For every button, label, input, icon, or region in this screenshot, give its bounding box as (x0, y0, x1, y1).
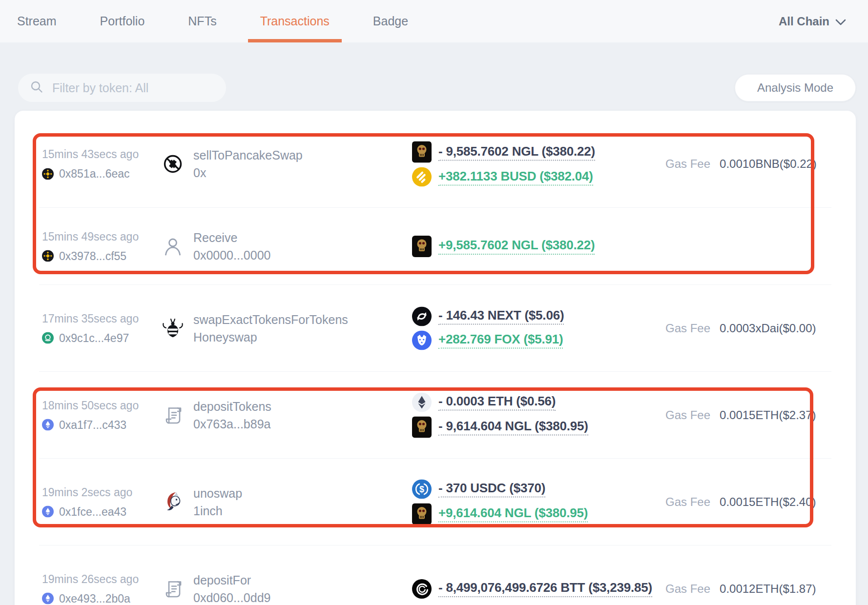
fox-token-icon (412, 330, 432, 350)
method-protocol: 1inch (193, 502, 242, 520)
tx-address: 0xa1f7...c433 (59, 418, 126, 431)
method-name: unoswap (193, 484, 242, 502)
chevron-down-icon (835, 15, 846, 28)
search-icon (30, 80, 43, 96)
gas-fee-label: Gas Fee (665, 495, 710, 509)
tx-address: 0x3978...cf55 (59, 249, 126, 262)
ngl-token-icon (412, 416, 432, 438)
tab-badge[interactable]: Badge (373, 0, 408, 42)
transaction-row[interactable]: 15mins 49secs ago 0x3978...cf55 Receive … (39, 208, 831, 285)
usdc-token-icon: $ (412, 479, 432, 499)
amount-line[interactable]: - 9,614.604 NGL ($380.95) (412, 416, 588, 438)
method-protocol: 0x (193, 164, 303, 182)
gas-fee-label: Gas Fee (665, 322, 710, 335)
amount-text: +9,585.7602 NGL ($380.22) (438, 238, 595, 255)
method-name: depositFor (193, 571, 270, 589)
amount-line[interactable]: - 8,499,076,499.6726 BTT ($3,239.85) (412, 579, 652, 599)
eth-chain-icon (42, 419, 54, 431)
tx-time: 18mins 50secs ago (42, 399, 139, 412)
method-protocol: 0xd060...0dd9 (193, 589, 270, 605)
amount-line[interactable]: +282.769 FOX ($5.91) (412, 330, 564, 350)
amount-line[interactable]: +9,585.7602 NGL ($380.22) (412, 236, 595, 257)
tx-time: 19mins 2secs ago (42, 485, 132, 499)
eth-chain-icon (42, 593, 54, 605)
method-name: Receive (193, 229, 270, 246)
ngl-token-icon (412, 236, 432, 257)
amount-text: - 370 USDC ($370) (438, 481, 545, 498)
transactions-card: 15mins 43secs ago 0x851a...6eac sellToPa… (15, 111, 856, 605)
busd-token-icon (412, 167, 432, 187)
amount-line[interactable]: - 9,585.7602 NGL ($380.22) (412, 141, 595, 163)
top-nav: Stream Portfolio NFTs Transactions Badge… (0, 0, 868, 42)
transaction-row[interactable]: 17mins 35secs ago 0x9c1c...4e97 swapExac… (39, 285, 831, 372)
chain-selector-dropdown[interactable]: All Chain (779, 0, 846, 42)
0x-protocol-icon (161, 152, 185, 176)
amount-text: +382.1133 BUSD ($382.04) (438, 168, 593, 185)
unicorn-icon (161, 490, 185, 514)
gas-fee-value: 0.0012ETH($1.87) (720, 582, 816, 596)
eth-token-icon (412, 392, 432, 412)
token-filter[interactable] (18, 74, 226, 102)
amount-line[interactable]: - 0.0003 ETH ($0.56) (412, 392, 588, 412)
method-name: swapExactTokensForTokens (193, 311, 348, 328)
method-protocol: 0x0000...0000 (193, 246, 270, 264)
amount-text: - 9,614.604 NGL ($380.95) (438, 419, 588, 436)
analysis-mode-button[interactable]: Analysis Mode (735, 74, 856, 101)
bnb-chain-icon (42, 250, 54, 262)
scroll-icon (161, 577, 185, 601)
method-protocol: 0x763a...b89a (193, 415, 271, 433)
tx-time: 15mins 49secs ago (42, 230, 139, 243)
eth-chain-icon (42, 506, 54, 518)
tab-stream[interactable]: Stream (17, 0, 57, 42)
amount-text: - 146.43 NEXT ($5.06) (438, 308, 564, 325)
next-token-icon (412, 306, 432, 326)
tx-address: 0xe493...2b0a (59, 592, 130, 605)
scroll-icon (161, 403, 185, 427)
transaction-row[interactable]: 15mins 43secs ago 0x851a...6eac sellToPa… (39, 121, 831, 208)
tx-address: 0x9c1c...4e97 (59, 331, 129, 344)
tx-address: 0x1fce...ea43 (59, 505, 126, 518)
method-protocol: Honeyswap (193, 328, 348, 346)
tab-nfts[interactable]: NFTs (188, 0, 216, 42)
gas-fee-value: 0.0015ETH($2.40) (720, 495, 816, 509)
tx-time: 19mins 26secs ago (42, 572, 139, 585)
amount-line[interactable]: +9,614.604 NGL ($380.95) (412, 503, 588, 524)
btt-token-icon (412, 579, 432, 599)
gas-fee-label: Gas Fee (665, 157, 710, 171)
svg-text:$: $ (419, 484, 424, 494)
tab-portfolio[interactable]: Portfolio (100, 0, 145, 42)
chain-selector-label: All Chain (779, 15, 829, 28)
xdai-chain-icon (42, 332, 54, 344)
tx-address: 0x851a...6eac (59, 167, 130, 181)
tab-transactions[interactable]: Transactions (260, 0, 330, 42)
gas-fee-value: 0.0003xDai($0.00) (720, 322, 816, 335)
person-icon (161, 235, 185, 258)
amount-text: - 0.0003 ETH ($0.56) (438, 394, 556, 411)
amount-line[interactable]: - 146.43 NEXT ($5.06) (412, 306, 564, 326)
amount-text: - 8,499,076,499.6726 BTT ($3,239.85) (438, 580, 652, 597)
token-filter-input[interactable] (51, 81, 226, 96)
gas-fee-value: 0.0015ETH($2.37) (720, 408, 816, 422)
gas-fee-value: 0.0010BNB($0.22) (720, 157, 817, 171)
transaction-row[interactable]: 18mins 50secs ago 0xa1f7...c433 depositT… (39, 372, 831, 459)
transaction-row[interactable]: 19mins 2secs ago 0x1fce...ea43 unoswap 1… (39, 459, 831, 545)
tx-time: 17mins 35secs ago (42, 312, 139, 325)
gas-fee-label: Gas Fee (665, 408, 710, 422)
amount-line[interactable]: +382.1133 BUSD ($382.04) (412, 167, 595, 187)
ngl-token-icon (412, 503, 432, 524)
bee-icon (161, 317, 185, 340)
tx-time: 15mins 43secs ago (42, 148, 139, 161)
amount-line[interactable]: $ - 370 USDC ($370) (412, 479, 588, 499)
method-name: depositTokens (193, 398, 271, 415)
amount-text: +282.769 FOX ($5.91) (438, 332, 563, 349)
controls-row: Analysis Mode (0, 74, 868, 102)
transaction-row[interactable]: 19mins 26secs ago 0xe493...2b0a depositF… (39, 545, 831, 605)
method-name: sellToPancakeSwap (193, 146, 303, 164)
amount-text: - 9,585.7602 NGL ($380.22) (438, 143, 595, 161)
amount-text: +9,614.604 NGL ($380.95) (438, 505, 588, 523)
bnb-chain-icon (42, 168, 54, 180)
gas-fee-label: Gas Fee (665, 582, 710, 596)
ngl-token-icon (412, 141, 432, 163)
